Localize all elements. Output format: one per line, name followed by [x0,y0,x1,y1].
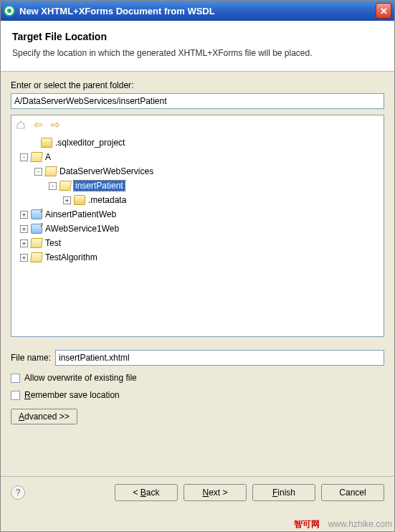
expander-icon[interactable]: + [20,239,28,247]
expander-icon[interactable]: - [20,153,28,161]
tree-node[interactable]: +.metadata [16,193,379,207]
remember-row[interactable]: Remember save location [11,390,384,400]
tree-node-label[interactable]: .sqlxeditor_project [55,138,125,148]
folder-open-icon [44,166,57,176]
footer: ? < Back Next > Finish Cancel [1,477,394,511]
header-panel: Target File Location Specify the locatio… [1,21,394,72]
overwrite-row[interactable]: Allow overwrite of existing file [11,373,384,383]
advanced-button[interactable]: Advanced >> [11,409,77,424]
back-button[interactable]: < Back [115,484,178,501]
tree-node-label[interactable]: AinsertPatientWeb [45,209,116,219]
body-panel: Enter or select the parent folder: ⇦ ⇨ .… [1,72,394,433]
expander-icon[interactable]: + [20,211,28,219]
tree-node[interactable]: +AinsertPatientWeb [16,207,379,222]
expander-icon[interactable]: + [20,225,28,233]
watermark-brand: 智可网 [294,519,320,529]
tree-node[interactable]: -insertPatient [16,179,379,193]
tree-node-label[interactable]: insertPatient [74,181,125,191]
svg-point-1 [7,9,11,13]
folder-closed-icon [74,195,85,205]
tree-node[interactable]: -A [16,150,379,164]
home-icon[interactable] [14,118,27,131]
tree-node[interactable]: -DataServerWebServices [16,164,379,179]
filename-input[interactable] [55,350,384,366]
expander-icon[interactable]: + [20,254,28,262]
expander-icon[interactable]: + [63,196,71,204]
folder-open-icon [30,152,42,162]
watermark-url: www.hzhike.com [328,519,392,529]
help-icon: ? [16,488,21,498]
overwrite-label: Allow overwrite of existing file [24,373,137,383]
close-icon: ✕ [380,6,388,16]
next-button[interactable]: Next > [184,484,247,501]
filename-row: File name: [11,350,384,366]
page-title: Target File Location [12,31,383,42]
expander-icon[interactable]: - [49,182,57,190]
folder-closed-icon [41,138,52,148]
folder-tree[interactable]: .sqlxeditor_project-A-DataServerWebServi… [11,134,384,269]
tree-toolbar: ⇦ ⇨ [11,115,384,134]
tree-node-label[interactable]: Test [45,238,61,248]
spacer [1,433,394,476]
parent-folder-input[interactable] [11,93,384,109]
tree-node-label[interactable]: AWebService1Web [45,224,119,234]
button-row: < Back Next > Finish Cancel [115,484,384,501]
cancel-button[interactable]: Cancel [321,484,384,501]
tree-node-label[interactable]: A [45,152,51,162]
app-icon [4,5,15,16]
help-button[interactable]: ? [11,485,25,500]
window-title: New XHTML+XForms Document from WSDL [19,6,376,16]
back-arrow-icon[interactable]: ⇦ [32,118,44,131]
tree-node-label[interactable]: .metadata [88,195,126,205]
close-button[interactable]: ✕ [376,3,391,19]
folder-open-icon [30,252,42,262]
expander-icon[interactable]: - [34,168,42,176]
tree-node[interactable]: +TestAlgorithm [16,250,379,265]
overwrite-checkbox[interactable] [11,374,20,383]
filename-label: File name: [11,353,51,363]
remember-checkbox[interactable] [11,391,20,400]
project-icon [31,224,42,234]
parent-folder-label: Enter or select the parent folder: [11,80,384,90]
finish-button[interactable]: Finish [252,484,315,501]
folder-open-icon [59,181,71,191]
tree-node[interactable]: +AWebService1Web [16,222,379,236]
folder-open-icon [30,238,42,248]
remember-label: Remember save location [24,390,120,400]
tree-node[interactable]: +Test [16,236,379,250]
forward-arrow-icon[interactable]: ⇨ [49,118,62,131]
watermark: 智可网 www.hzhike.com [294,518,392,531]
folder-tree-container: ⇦ ⇨ .sqlxeditor_project-A-DataServerWebS… [11,115,384,337]
tree-node[interactable]: .sqlxeditor_project [16,136,379,150]
project-icon [31,209,42,219]
tree-node-label[interactable]: TestAlgorithm [45,252,97,262]
page-description: Specify the location in which the genera… [12,47,383,60]
title-bar: New XHTML+XForms Document from WSDL ✕ [1,1,394,21]
tree-node-label[interactable]: DataServerWebServices [60,166,153,176]
